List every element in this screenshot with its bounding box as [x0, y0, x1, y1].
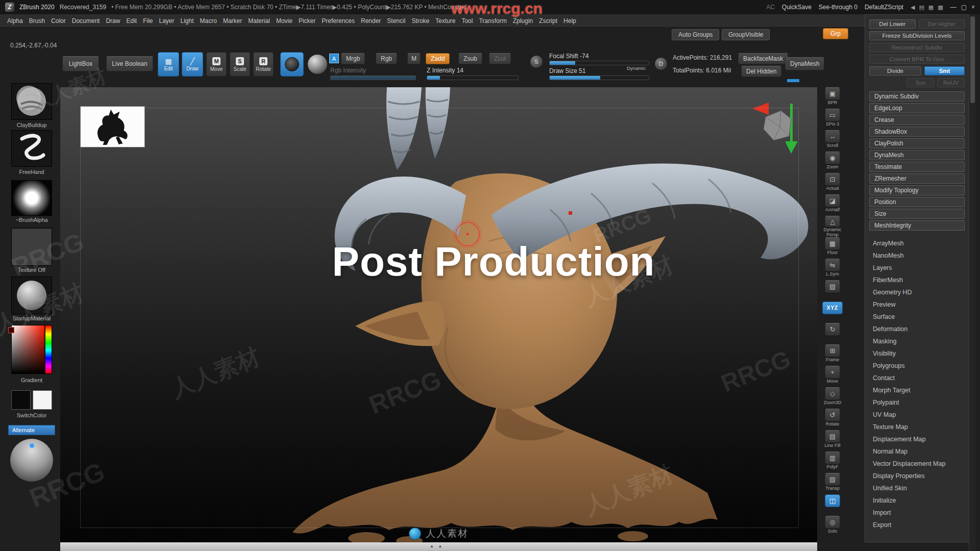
right-shelf-button[interactable]: ◉ Zoom: [819, 152, 846, 173]
menu-item[interactable]: Light: [178, 17, 197, 24]
panel-scrollbar[interactable]: [969, 14, 976, 551]
zadd-button[interactable]: Zadd: [426, 53, 450, 64]
subpalette-item[interactable]: Geometry HD: [869, 286, 965, 298]
menu-item[interactable]: Picker: [296, 17, 318, 24]
subpalette-item[interactable]: Texture Map: [869, 421, 965, 433]
subpalette-item[interactable]: Import: [869, 507, 965, 519]
right-shelf-button[interactable]: ▤ Line Fill: [819, 430, 846, 452]
canvas-bottom-scrollbar[interactable]: ▲ ▲: [60, 542, 817, 551]
subpalette-item[interactable]: Display Properties: [869, 470, 965, 482]
color-picker[interactable]: [11, 325, 52, 374]
titlebar-icon[interactable]: ▤: [919, 4, 924, 11]
subpalette-item[interactable]: Normal Map: [869, 445, 965, 458]
menu-item[interactable]: File: [140, 17, 156, 24]
menu-item[interactable]: Stroke: [408, 17, 432, 24]
titlebar-icon[interactable]: ▦: [928, 4, 934, 11]
divide-button[interactable]: Divide: [869, 66, 921, 76]
subpalette-item[interactable]: Displacement Map: [869, 433, 965, 445]
menu-item[interactable]: Zscript: [536, 17, 560, 24]
material-thumbnail[interactable]: [11, 277, 52, 314]
menu-item[interactable]: Edit: [123, 17, 140, 24]
subpalette-header[interactable]: Dynamic Subdiv: [869, 91, 965, 102]
right-shelf-button[interactable]: ▨ Transp: [819, 473, 846, 494]
secondary-color-swatch[interactable]: [33, 390, 52, 410]
smt-toggle[interactable]: Smt: [924, 66, 965, 76]
alpha-thumbnail[interactable]: [11, 180, 52, 216]
window-control-icon[interactable]: ×: [971, 4, 975, 11]
main-color-swatch[interactable]: [11, 390, 31, 410]
right-shelf-button[interactable]: ↔ Scroll: [819, 130, 846, 152]
suv-button[interactable]: Suv: [906, 78, 934, 87]
subpalette-item[interactable]: Polypaint: [869, 396, 965, 409]
subpalette-item[interactable]: Initialize: [869, 494, 965, 507]
alternate-button[interactable]: Alternate: [8, 425, 55, 435]
focal-shift-slider[interactable]: [549, 61, 649, 65]
right-shelf-button[interactable]: ▣ BPR: [819, 87, 846, 109]
sculpted-model[interactable]: [60, 87, 817, 542]
current-color-chip[interactable]: A: [329, 54, 339, 63]
right-shelf-button[interactable]: ⇋ L.Sym: [819, 259, 846, 280]
freeze-subdivision-button[interactable]: Freeze SubDivision Levels: [869, 31, 965, 40]
mrgb-button[interactable]: Mrgb: [341, 53, 365, 64]
menu-item[interactable]: Transform: [476, 17, 509, 24]
auto-groups-button[interactable]: Auto Groups: [672, 29, 719, 40]
subpalette-item[interactable]: Polygroups: [869, 360, 965, 372]
draw-size-slider[interactable]: [549, 76, 649, 80]
menu-item[interactable]: Movie: [273, 17, 296, 24]
hue-strip[interactable]: [45, 325, 52, 373]
subpalette-header[interactable]: Tessimate: [869, 162, 965, 172]
sculpt-canvas[interactable]: Post Production 人人素材: [60, 87, 817, 542]
canvas-alpha-thumbnail[interactable]: [80, 106, 145, 147]
del-hidden-button[interactable]: Del Hidden: [741, 66, 781, 77]
subpalette-header[interactable]: DynaMesh: [869, 150, 965, 160]
right-shelf-button[interactable]: △ Dynamic Persp: [819, 216, 846, 237]
stroke-orb-icon[interactable]: S: [530, 55, 543, 68]
default-zscript-button[interactable]: DefaultZScript: [865, 4, 903, 11]
menu-item[interactable]: Tool: [458, 17, 476, 24]
menu-item[interactable]: Render: [358, 17, 384, 24]
right-shelf-button[interactable]: ◎ Solo: [819, 516, 846, 537]
brush-thumbnail[interactable]: [11, 83, 52, 120]
subpalette-header[interactable]: EdgeLoop: [869, 103, 965, 113]
subpalette-item[interactable]: Unified Skin: [869, 482, 965, 494]
reuv-button[interactable]: ReUV: [937, 78, 965, 87]
menu-item[interactable]: Texture: [432, 17, 458, 24]
subpalette-header[interactable]: ZRemesher: [869, 173, 965, 184]
window-control-icon[interactable]: —: [950, 4, 957, 11]
subpalette-item[interactable]: UV Map: [869, 409, 965, 421]
right-shelf-button[interactable]: ▧: [819, 280, 846, 302]
subpalette-header[interactable]: Modify Topology: [869, 185, 965, 195]
z-intensity-slider[interactable]: [427, 76, 519, 80]
subpalette-item[interactable]: Visibility: [869, 347, 965, 360]
subpalette-item[interactable]: Surface: [869, 311, 965, 323]
menu-item[interactable]: Color: [48, 17, 69, 24]
stroke-thumbnail[interactable]: [11, 130, 52, 167]
subpalette-header[interactable]: Size: [869, 209, 965, 219]
rgb-button[interactable]: Rgb: [376, 53, 397, 64]
convert-bpr-button[interactable]: Convert BPR To Geo: [869, 55, 965, 64]
right-shelf-button[interactable]: ↻: [819, 323, 846, 344]
subpalette-header[interactable]: ShadowBox: [869, 127, 965, 137]
texture-thumbnail[interactable]: [11, 228, 52, 266]
scale-button[interactable]: S Scale: [230, 52, 250, 77]
right-shelf-button[interactable]: ⊡ Actual: [819, 173, 846, 194]
edit-button[interactable]: ▦ Edit: [158, 52, 179, 77]
right-shelf-button[interactable]: ◇ Zoom3D: [819, 387, 846, 409]
subpalette-item[interactable]: Morph Target: [869, 384, 965, 396]
move-button[interactable]: M Move: [206, 52, 227, 77]
saturation-square[interactable]: [12, 325, 44, 373]
brush-preview-button[interactable]: [280, 52, 304, 77]
see-through-slider[interactable]: See-through 0: [819, 4, 857, 11]
right-shelf-button[interactable]: ◫: [819, 494, 846, 516]
menu-item[interactable]: Material: [245, 17, 273, 24]
right-shelf-button[interactable]: XYZ: [819, 302, 846, 323]
subpalette-header[interactable]: Position: [869, 197, 965, 207]
right-shelf-button[interactable]: ▥ PolyF: [819, 452, 846, 473]
subpalette-item[interactable]: ArrayMesh: [869, 237, 965, 249]
window-control-icon[interactable]: ▢: [961, 4, 967, 11]
rgb-intensity-slider[interactable]: [330, 76, 416, 80]
subpalette-item[interactable]: Vector Displacement Map: [869, 458, 965, 470]
subpalette-item[interactable]: NanoMesh: [869, 249, 965, 262]
subpalette-item[interactable]: Layers: [869, 262, 965, 274]
right-shelf-button[interactable]: ◪ AAHalf: [819, 194, 846, 216]
